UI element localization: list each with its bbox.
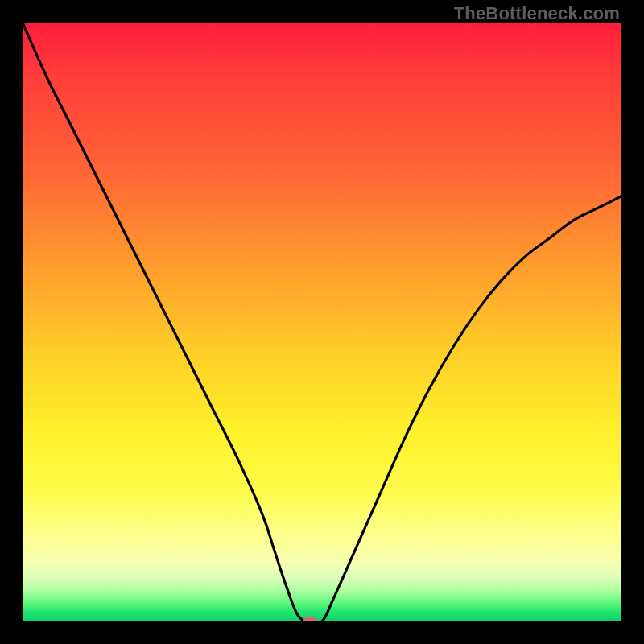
bottleneck-marker xyxy=(303,617,316,621)
watermark-text: TheBottleneck.com xyxy=(454,3,620,24)
chart-frame xyxy=(23,23,621,621)
bottleneck-curve-path xyxy=(23,23,621,621)
chart-svg xyxy=(23,23,621,621)
